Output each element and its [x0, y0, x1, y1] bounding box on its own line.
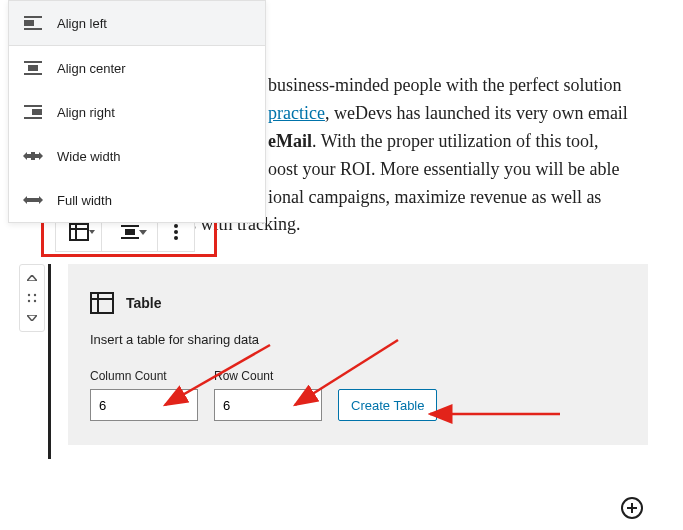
svg-rect-5: [24, 73, 42, 75]
move-up-button[interactable]: [23, 271, 41, 285]
block-selection-bar: [48, 264, 51, 459]
svg-rect-14: [125, 229, 135, 235]
svg-rect-6: [24, 105, 42, 107]
caret-down-icon: [139, 230, 147, 235]
svg-point-16: [174, 224, 178, 228]
align-icon: [121, 225, 139, 239]
align-center-icon: [23, 58, 43, 78]
svg-rect-0: [24, 16, 42, 18]
svg-rect-10: [70, 224, 88, 240]
paragraph-link[interactable]: practice: [268, 103, 325, 123]
caret-down-icon: [89, 230, 95, 234]
svg-rect-9: [31, 152, 35, 160]
align-center-item[interactable]: Align center: [9, 46, 265, 90]
svg-rect-3: [24, 61, 42, 63]
align-right-label: Align right: [57, 105, 115, 120]
svg-rect-15: [121, 237, 139, 239]
paragraph-bold: eMail: [268, 131, 312, 151]
move-down-button[interactable]: [23, 311, 41, 325]
svg-rect-23: [91, 293, 113, 313]
align-left-item[interactable]: Align left: [9, 1, 265, 46]
svg-point-21: [28, 300, 30, 302]
svg-rect-1: [24, 20, 34, 26]
block-mover: [19, 264, 45, 332]
table-block-title: Table: [126, 295, 162, 311]
paragraph-frag-1: business-minded people with the perfect …: [268, 75, 621, 95]
svg-rect-4: [28, 65, 38, 71]
full-width-label: Full width: [57, 193, 112, 208]
svg-rect-7: [32, 109, 42, 115]
column-count-input[interactable]: [90, 389, 198, 421]
more-vertical-icon: [174, 224, 178, 240]
create-table-button[interactable]: Create Table: [338, 389, 437, 421]
align-right-icon: [23, 102, 43, 122]
full-width-item[interactable]: Full width: [9, 178, 265, 222]
wide-width-icon: [23, 146, 43, 166]
add-block-button[interactable]: [620, 496, 644, 520]
table-block-icon: [90, 292, 114, 314]
align-left-label: Align left: [57, 16, 107, 31]
svg-point-22: [34, 300, 36, 302]
paragraph-frag-3: . With the proper utilization of this to…: [312, 131, 598, 151]
wide-width-item[interactable]: Wide width: [9, 134, 265, 178]
align-center-label: Align center: [57, 61, 126, 76]
row-count-input[interactable]: [214, 389, 322, 421]
wide-width-label: Wide width: [57, 149, 121, 164]
align-left-icon: [23, 13, 43, 33]
svg-rect-2: [24, 28, 42, 30]
column-count-label: Column Count: [90, 369, 198, 383]
align-menu: Align left Align center Align right Wide…: [8, 0, 266, 223]
svg-point-17: [174, 230, 178, 234]
row-count-label: Row Count: [214, 369, 322, 383]
paragraph-frag-5: ional campaigns, maximize revenue as wel…: [268, 187, 601, 207]
align-right-item[interactable]: Align right: [9, 90, 265, 134]
svg-point-19: [28, 294, 30, 296]
svg-rect-13: [121, 225, 139, 227]
table-icon: [69, 223, 89, 241]
paragraph-frag-4: oost your ROI. More essentially you will…: [268, 159, 619, 179]
drag-handle[interactable]: [23, 291, 41, 305]
table-block-description: Insert a table for sharing data: [90, 332, 626, 347]
svg-rect-8: [24, 117, 42, 119]
svg-point-20: [34, 294, 36, 296]
table-block-placeholder: Table Insert a table for sharing data Co…: [68, 264, 648, 445]
paragraph-frag-2: , weDevs has launched its very own email: [325, 103, 628, 123]
svg-point-18: [174, 236, 178, 240]
full-width-icon: [23, 190, 43, 210]
